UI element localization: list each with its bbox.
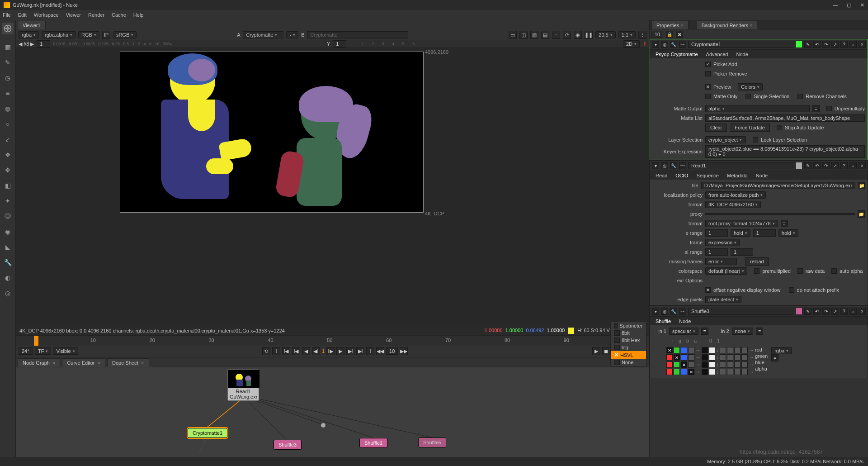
skip-back-icon[interactable]: ◀◀ bbox=[376, 347, 384, 355]
range-a-mode[interactable]: hold bbox=[731, 229, 750, 237]
shuffle-matrix[interactable]: →→→→ ↓↓↓↓ →→→→ redgreenbluealpha rgba = bbox=[653, 346, 865, 376]
ptab-node[interactable]: Node bbox=[736, 52, 748, 57]
tab-viewer1[interactable]: Viewer1 bbox=[18, 21, 46, 29]
move-icon[interactable]: ✥ bbox=[3, 166, 12, 175]
tab-curveeditor[interactable]: Curve Editor× bbox=[62, 358, 105, 367]
stopauto-check[interactable] bbox=[777, 125, 782, 130]
panel-count[interactable]: 10 bbox=[651, 31, 663, 38]
tf-dropdown[interactable]: TF bbox=[35, 347, 51, 355]
lock-panel-icon[interactable]: 🔒 bbox=[666, 31, 673, 38]
stripe-icon[interactable]: ▨ bbox=[530, 31, 538, 39]
ptab-read[interactable]: Read bbox=[656, 173, 667, 178]
node-color-swatch[interactable] bbox=[795, 41, 802, 48]
range-b-mode[interactable]: hold bbox=[778, 229, 798, 237]
preview-check[interactable] bbox=[705, 84, 711, 90]
center-icon[interactable]: ◎ bbox=[661, 41, 668, 48]
in1-dropdown[interactable]: specular bbox=[669, 328, 698, 335]
node-cryptomatte1[interactable]: Cryptomatte1 bbox=[188, 428, 227, 438]
node-shuffle3[interactable]: Shuffle3 bbox=[274, 440, 302, 450]
menu-item-log[interactable]: log bbox=[611, 344, 646, 351]
ptab-metadata[interactable]: Metadata bbox=[727, 173, 748, 178]
undo-icon[interactable]: ↶ bbox=[813, 308, 821, 315]
fstop-control[interactable]: ◀ f/8 ▶ bbox=[19, 41, 34, 47]
preview-mode-dropdown[interactable]: Colors bbox=[738, 83, 763, 90]
node-graph-canvas[interactable]: Read1GuWang.exr Cryptomatte1 Shuffle3 Sh… bbox=[16, 367, 649, 457]
menu-help[interactable]: Help bbox=[133, 12, 144, 18]
ptab-psyop[interactable]: Psyop Cryptomatte bbox=[656, 52, 698, 57]
link-icon[interactable]: = bbox=[812, 105, 820, 112]
clock-icon[interactable]: ◷ bbox=[3, 73, 12, 82]
view-mode-dropdown[interactable]: 2D bbox=[623, 40, 640, 48]
colorspace-dropdown[interactable]: sRGB bbox=[113, 31, 137, 38]
node-name-input[interactable] bbox=[688, 308, 793, 315]
d-icon[interactable]: Ⓓ bbox=[3, 212, 12, 221]
pin-icon[interactable]: ⬨ bbox=[849, 41, 857, 48]
out-dropdown[interactable]: rgba bbox=[771, 347, 792, 354]
gain-dropdown[interactable]: 20.5 bbox=[595, 31, 615, 38]
alrange-b-input[interactable]: 1 bbox=[731, 248, 753, 256]
circle-icon[interactable]: ○ bbox=[3, 119, 12, 128]
menu-item-spotmeter[interactable]: Spotmeter bbox=[611, 322, 646, 329]
maximize-button[interactable]: ▢ bbox=[847, 2, 851, 8]
reload-button[interactable]: reload bbox=[745, 257, 769, 266]
float-icon[interactable]: ↗ bbox=[831, 41, 839, 48]
force-update-button[interactable]: Force Update bbox=[730, 124, 770, 132]
sparkle-icon[interactable]: ✦ bbox=[3, 196, 12, 205]
channel-a-dropdown[interactable]: rgba bbox=[19, 31, 39, 38]
ptab-node[interactable]: Node bbox=[679, 319, 691, 324]
undo-icon[interactable]: ↶ bbox=[813, 162, 821, 169]
file-browser-icon[interactable]: 📁 bbox=[858, 182, 865, 189]
menu-item-8bithex[interactable]: 8bit Hex bbox=[611, 337, 646, 344]
close-icon[interactable]: × bbox=[859, 41, 866, 48]
layout-1-icon[interactable]: ▭ bbox=[509, 31, 517, 39]
input-a-dropdown[interactable]: Cryptomatte bbox=[243, 31, 283, 38]
ptab-shuffle[interactable]: Shuffle bbox=[656, 319, 671, 324]
skip-start-icon[interactable]: I◀ bbox=[282, 347, 290, 355]
alrange-a-input[interactable]: 1 bbox=[705, 248, 728, 256]
grid-icon[interactable]: ▦ bbox=[3, 43, 12, 52]
channel-b-dropdown[interactable]: rgba.alpha bbox=[42, 31, 75, 38]
wrench-icon[interactable]: 🔧 bbox=[3, 258, 12, 267]
frame-y-input[interactable]: 1 bbox=[333, 40, 346, 48]
clear-button[interactable]: Clear bbox=[705, 124, 727, 132]
float-icon[interactable]: ↗ bbox=[831, 308, 839, 315]
ptab-node[interactable]: Node bbox=[756, 173, 768, 178]
frame-mode-dropdown[interactable]: expression bbox=[705, 239, 740, 246]
rgb-dropdown[interactable]: RGB bbox=[78, 31, 99, 38]
center-icon[interactable]: ◎ bbox=[661, 308, 668, 315]
pencil-icon[interactable]: ✎ bbox=[3, 58, 12, 67]
input-a-num[interactable]: - bbox=[286, 31, 298, 38]
node-shuffle1[interactable]: Shuffle1 bbox=[359, 438, 387, 448]
note-icon[interactable]: ✎ bbox=[804, 162, 811, 169]
edge-dropdown[interactable]: plate detect bbox=[705, 296, 741, 303]
help-icon[interactable]: ? bbox=[840, 41, 848, 48]
node-color-swatch[interactable] bbox=[795, 308, 802, 315]
picker-remove-check[interactable] bbox=[705, 71, 711, 76]
note-icon[interactable]: ✎ bbox=[804, 308, 811, 315]
lines-icon[interactable]: ≡ bbox=[3, 89, 12, 98]
refresh-icon[interactable]: ⟳ bbox=[563, 31, 571, 39]
pin-icon[interactable]: ⬨ bbox=[849, 308, 857, 315]
out-point-icon[interactable]: ◼ bbox=[602, 347, 610, 355]
globe-icon[interactable]: ◍ bbox=[3, 104, 12, 113]
in-point-icon[interactable]: ▶ bbox=[592, 347, 600, 355]
tag-icon[interactable]: ◣ bbox=[3, 243, 12, 252]
collapse-icon[interactable]: ▾ bbox=[652, 162, 659, 169]
node-name-input[interactable] bbox=[688, 162, 793, 169]
keyer-input[interactable]: rypto_object02.blue == 8.0895413911e-23)… bbox=[705, 145, 865, 158]
align-icon[interactable]: ≡ bbox=[552, 31, 560, 39]
play-fwd-icon[interactable]: ▶ bbox=[336, 347, 344, 355]
layers-icon[interactable]: ❖ bbox=[3, 150, 12, 159]
tab-dopesheet[interactable]: Dope Sheet× bbox=[107, 358, 149, 367]
step-back-icon[interactable]: ◀I bbox=[312, 347, 320, 355]
proxy-browser-icon[interactable]: 📁 bbox=[858, 210, 865, 218]
node-shuffle5[interactable]: Shuffle5 bbox=[418, 437, 446, 447]
tab-properties[interactable]: Properties × bbox=[651, 21, 689, 29]
float-icon[interactable]: ↗ bbox=[831, 162, 839, 169]
ip-toggle[interactable]: IP bbox=[102, 31, 110, 39]
target-icon[interactable]: ◎ bbox=[3, 289, 12, 298]
locklayer-check[interactable] bbox=[753, 137, 758, 143]
undo-icon[interactable]: ↶ bbox=[813, 41, 821, 48]
range-b-input[interactable]: 1 bbox=[753, 229, 776, 237]
next-key-icon[interactable]: ▶I bbox=[346, 347, 354, 355]
